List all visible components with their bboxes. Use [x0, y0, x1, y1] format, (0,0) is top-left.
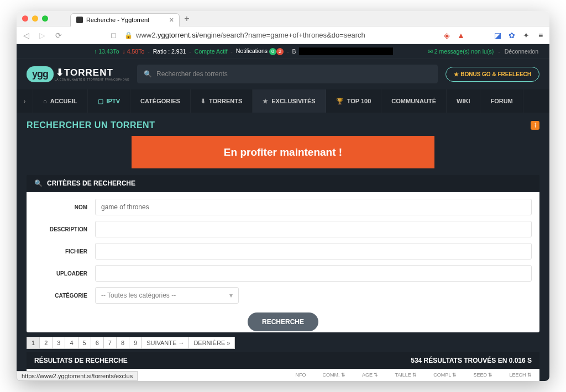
account-status[interactable]: Compte Actif [195, 48, 228, 55]
nav-top100[interactable]: 🏆TOP 100 [326, 89, 382, 113]
close-window-icon[interactable] [22, 15, 28, 22]
status-bar: https://www2.yggtorrent.si/torrents/excl… [17, 371, 138, 381]
window-controls [22, 15, 48, 22]
col-compl[interactable]: COMPL ⇅ [433, 372, 457, 378]
brave-shield-icon[interactable]: ◈ [442, 31, 451, 40]
favicon-icon [76, 17, 83, 23]
extension-icon[interactable]: ◪ [493, 31, 502, 40]
criteria-heading: 🔍 CRITÈRES DE RECHERCHE [27, 175, 539, 192]
input-nom[interactable] [95, 199, 532, 215]
rss-icon[interactable]: ⌇ [531, 121, 539, 130]
results-heading: RÉSULTATS DE RECHERCHE 534 RÉSULTATS TRO… [27, 352, 539, 369]
page-5[interactable]: 5 [78, 337, 91, 349]
nav-iptv[interactable]: ▢IPTV [88, 89, 130, 113]
bookmark-icon[interactable]: ◻ [108, 30, 119, 40]
page-3[interactable]: 3 [52, 337, 65, 349]
lock-icon: 🔒 [124, 31, 133, 39]
nav-wiki[interactable]: WIKI [447, 89, 480, 113]
search-icon: 🔍 [34, 179, 43, 187]
download-stat: ↓ 4.58To [123, 48, 145, 55]
label-uploader: UPLOADER [34, 271, 95, 277]
page-2[interactable]: 2 [39, 337, 53, 349]
input-fichier[interactable] [95, 243, 532, 259]
col-seed[interactable]: SEED ⇅ [473, 372, 492, 378]
col-age[interactable]: AGE ⇅ [362, 372, 379, 378]
label-categorie: CATÉGORIE [34, 293, 95, 299]
maximize-window-icon[interactable] [42, 15, 48, 22]
nav-categories[interactable]: CATÉGORIES [130, 89, 191, 113]
back-button[interactable]: ◁ [21, 30, 32, 41]
nav-scroll-left[interactable]: › [17, 89, 33, 113]
search-submit-button[interactable]: RECHERCHE [248, 312, 318, 331]
nav-accueil[interactable]: ⌂ACCUEIL [33, 89, 88, 113]
new-tab-button[interactable]: + [184, 14, 189, 24]
puzzle-icon[interactable]: ✦ [522, 31, 531, 40]
ratio-stat: Ratio : 2.931 [153, 48, 186, 55]
settings-icon[interactable]: ≡ [536, 31, 545, 40]
search-criteria-panel: 🔍 CRITÈRES DE RECHERCHE NOM DESCRIPTION … [27, 175, 539, 332]
address-bar: ◁ ▷ ⟳ ◻ 🔒 www2.yggtorrent.si/engine/sear… [17, 27, 549, 44]
page-title: RECHERCHER UN TORRENT [27, 120, 155, 130]
reload-button[interactable]: ⟳ [53, 30, 64, 41]
site-header: ygg ⬇TORRENT LA COMMUNAUTÉ BITTORRENT FR… [17, 59, 549, 89]
select-categorie[interactable]: -- Toutes les catégories -- ▾ [95, 287, 239, 304]
nav-forum[interactable]: FORUM [480, 89, 523, 113]
logout-link[interactable]: Déconnexion [505, 48, 538, 55]
upload-stat: ↑ 13.43To [94, 48, 119, 55]
nav-torrents[interactable]: ⬇TORRENTS [191, 89, 253, 113]
main-nav: › ⌂ACCUEIL ▢IPTV CATÉGORIES ⬇TORRENTS ★E… [17, 89, 549, 113]
nav-exclusivites[interactable]: ★EXCLUSIVITÉS [253, 89, 326, 113]
col-leech[interactable]: LEECH ⇅ [509, 372, 532, 378]
forward-button[interactable]: ▷ [37, 30, 48, 41]
main-content: RECHERCHER UN TORRENT ⌇ En profiter main… [17, 113, 549, 381]
extension-icon-2[interactable]: ✿ [507, 31, 516, 40]
label-description: DESCRIPTION [34, 226, 95, 232]
tab-title: Recherche - Yggtorrent [86, 17, 149, 23]
header-search[interactable]: 🔍 Rechercher des torrents [137, 65, 438, 83]
pagination: 1 2 3 4 5 6 7 8 9 SUIVANTE → DERNIÈRE » [27, 337, 539, 349]
close-tab-icon[interactable]: × [169, 15, 174, 24]
page-last[interactable]: DERNIÈRE » [188, 337, 235, 349]
results-count: 534 RÉSULTATS TROUVÉS EN 0.016 S [411, 357, 532, 364]
page-next[interactable]: SUIVANTE → [142, 337, 189, 349]
titlebar: Recherche - Yggtorrent × + [17, 11, 549, 27]
page-1[interactable]: 1 [27, 337, 40, 349]
bonus-button[interactable]: ★ BONUS GO & FREELEECH [446, 67, 539, 82]
search-placeholder: Rechercher des torrents [156, 70, 228, 78]
messages-link[interactable]: ✉ 2 message(s) non lu(s) [428, 48, 494, 55]
page-7[interactable]: 7 [103, 337, 117, 349]
user-stats-bar: ↑ 13.43To ↓ 4.58To - Ratio : 2.931 - Com… [17, 44, 549, 59]
chevron-down-icon: ▾ [229, 292, 233, 299]
page-8[interactable]: 8 [116, 337, 129, 349]
page-content: ↑ 13.43To ↓ 4.58To - Ratio : 2.931 - Com… [17, 44, 549, 381]
page-9[interactable]: 9 [129, 337, 142, 349]
promo-banner[interactable]: En profiter maintenant ! [132, 136, 434, 168]
browser-tab[interactable]: Recherche - Yggtorrent × [70, 13, 180, 27]
label-fichier: FICHIER [34, 248, 95, 255]
col-comm[interactable]: COMM. ⇅ [322, 372, 345, 378]
site-logo[interactable]: ygg ⬇TORRENT LA COMMUNAUTÉ BITTORRENT FR… [27, 66, 129, 82]
input-description[interactable] [95, 221, 532, 237]
label-nom: NOM [34, 204, 95, 210]
browser-window: Recherche - Yggtorrent × + ◁ ▷ ⟳ ◻ 🔒 www… [17, 11, 549, 381]
logo-badge: ygg [27, 66, 54, 82]
col-taille[interactable]: TAILLE ⇅ [395, 372, 417, 378]
page-4[interactable]: 4 [65, 337, 78, 349]
input-uploader[interactable] [95, 265, 532, 282]
warning-icon[interactable]: ▲ [457, 31, 465, 40]
logo-text: ⬇TORRENT [56, 67, 129, 78]
search-icon: 🔍 [144, 70, 152, 78]
url-display[interactable]: 🔒 www2.yggtorrent.si/engine/search?name=… [124, 31, 365, 39]
notifications-link[interactable]: Notifications 02 [236, 47, 284, 55]
redacted-box [299, 47, 393, 55]
col-nfo[interactable]: NFO [295, 372, 306, 378]
page-6[interactable]: 6 [91, 337, 104, 349]
nav-communaute[interactable]: COMMUNAUTÉ [381, 89, 447, 113]
minimize-window-icon[interactable] [32, 15, 38, 22]
